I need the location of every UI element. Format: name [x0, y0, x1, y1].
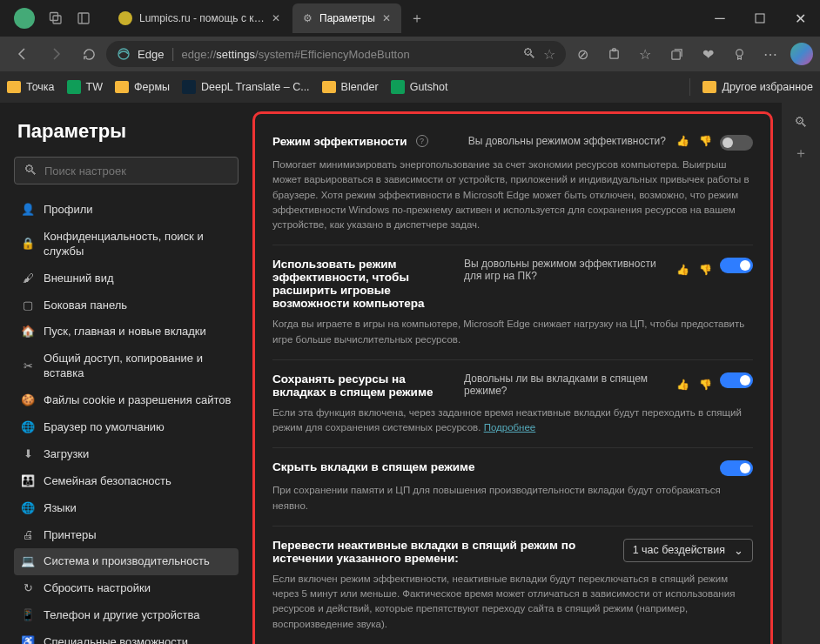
nav-label: Браузер по умолчанию [44, 420, 165, 435]
sidebar-item-10[interactable]: 🌐Языки [14, 495, 239, 522]
nav-label: Сбросить настройки [44, 581, 151, 596]
thumbs-down-icon[interactable]: 👎 [699, 135, 711, 147]
bookmark-deepl[interactable]: DeepL Translate – С... [182, 80, 310, 94]
sidebar-item-7[interactable]: 🌐Браузер по умолчанию [14, 414, 239, 441]
tab-settings[interactable]: ⚙ Параметры ✕ [292, 3, 401, 33]
minimize-button[interactable]: ─ [700, 3, 740, 33]
refresh-button[interactable] [73, 40, 104, 68]
add-rail-icon[interactable]: ＋ [794, 144, 808, 163]
nav-label: Система и производительность [44, 554, 210, 569]
perf-icon[interactable]: ❤ [693, 40, 723, 68]
tab-label: Lumpics.ru - помощь с компьют… [139, 12, 265, 24]
nav-icon: ▢ [21, 299, 35, 313]
thumbs-up-icon[interactable]: 👍 [676, 379, 689, 391]
site-icon [118, 11, 132, 25]
workspaces-icon[interactable] [42, 4, 70, 32]
learn-more-link[interactable]: Подробнее [484, 422, 536, 433]
sidebar-item-15[interactable]: ♿Специальные возможности [14, 629, 239, 644]
gaming-efficiency-title: Использовать режим эффективности, чтобы … [272, 258, 447, 310]
timer-desc: Если включен режим эффективности, неакти… [272, 572, 753, 632]
nav-icon: ↻ [21, 581, 35, 596]
maximize-button[interactable] [740, 3, 780, 33]
sidebar-item-6[interactable]: 🍪Файлы cookie и разрешения сайтов [14, 387, 239, 414]
tab-lumpics[interactable]: Lumpics.ru - помощь с компьют… ✕ [108, 3, 291, 33]
close-window-button[interactable]: ✕ [780, 3, 820, 33]
gaming-efficiency-toggle[interactable] [720, 258, 753, 273]
nav-label: Загрузки [44, 447, 89, 462]
thumbs-down-icon[interactable]: 👎 [699, 379, 711, 391]
efficiency-desc: Помогает минимизировать энергопользовани… [272, 158, 753, 232]
bookmark-fermy[interactable]: Фермы [115, 81, 170, 93]
sidebar-item-2[interactable]: 🖌Внешний вид [14, 265, 239, 292]
nav-icon: 🖨 [21, 528, 35, 543]
sidebar-item-5[interactable]: ✂Общий доступ, копирование и вставка [14, 345, 239, 387]
sidebar-item-14[interactable]: 📱Телефон и другие устройства [14, 602, 239, 629]
collections-icon[interactable] [662, 40, 691, 68]
find-icon[interactable]: 🔍︎ [522, 46, 536, 62]
thumbs-down-icon[interactable]: 👎 [699, 264, 711, 276]
tab-label: Параметры [319, 12, 375, 24]
sidebar-item-1[interactable]: 🔒Конфиденциальность, поиск и службы [14, 224, 239, 265]
sleeping-tabs-title: Сохранять ресурсы на вкладках в спящем р… [272, 372, 447, 399]
sleep-timer-title: Перевести неактивные вкладки в спящий ре… [272, 539, 586, 565]
sidebar-item-8[interactable]: ⬇Загрузки [14, 441, 239, 468]
vertical-tabs-icon[interactable] [70, 4, 97, 32]
fade-tabs-title: Скрыть вкладки в спящем режиме [272, 460, 475, 473]
close-icon[interactable]: ✕ [382, 12, 391, 24]
sidebar-item-9[interactable]: 👪Семейная безопасность [14, 468, 239, 495]
efficiency-section: Режим эффективности ? Вы довольны режимо… [252, 111, 773, 644]
avatar[interactable] [14, 8, 35, 29]
fade-tabs-toggle[interactable] [720, 460, 753, 476]
nav-label: Боковая панель [44, 299, 127, 313]
nav-label: Профили [44, 203, 93, 218]
favorites-icon[interactable]: ☆ [630, 40, 660, 68]
sleeping-tabs-toggle[interactable] [720, 372, 753, 388]
sleep-timer-select[interactable]: 1 час бездействия ⌄ [623, 539, 753, 562]
rewards-icon[interactable] [724, 40, 754, 68]
sidebar-item-11[interactable]: 🖨Принтеры [14, 522, 239, 549]
svg-rect-8 [671, 50, 679, 58]
favorite-icon[interactable]: ☆ [543, 46, 555, 63]
sidebar-item-12[interactable]: 💻Система и производительность [14, 548, 239, 575]
address-bar[interactable]: Edge | edge://settings/system#Efficiency… [106, 41, 566, 67]
forward-button[interactable] [40, 40, 71, 68]
search-input[interactable] [44, 164, 229, 178]
sidebar-item-4[interactable]: 🏠Пуск, главная и новые вкладки [14, 319, 239, 345]
bookmark-other[interactable]: Другое избранное [702, 81, 813, 93]
search-settings[interactable]: 🔍︎ [14, 157, 239, 184]
brand-label: Edge [138, 48, 164, 61]
fade-desc: При сохранении памяти и ЦП для повышения… [272, 483, 753, 513]
sidebar-item-13[interactable]: ↻Сбросить настройки [14, 575, 239, 602]
feedback-question: Вы довольны режимом эффективности для иг… [464, 258, 666, 282]
chevron-down-icon: ⌄ [734, 544, 743, 557]
efficiency-mode-title: Режим эффективности [272, 135, 407, 148]
more-icon[interactable]: ⋯ [756, 40, 785, 68]
extensions-icon[interactable] [599, 40, 628, 68]
bookmark-gutshot[interactable]: Gutshot [391, 80, 448, 94]
thumbs-up-icon[interactable]: 👍 [676, 264, 689, 276]
nav-label: Принтеры [44, 528, 97, 543]
copilot-button[interactable] [790, 43, 813, 65]
site-info-icon[interactable]: ⊘ [568, 40, 597, 68]
nav-label: Файлы cookie и разрешения сайтов [44, 393, 231, 408]
page-title: Параметры [14, 120, 239, 143]
nav-icon: 👤 [21, 203, 35, 218]
close-icon[interactable]: ✕ [272, 12, 280, 24]
search-rail-icon[interactable]: 🔍︎ [794, 115, 808, 131]
info-icon[interactable]: ? [416, 135, 428, 147]
url-text: edge://settings/system#EfficiencyModeBut… [182, 48, 410, 61]
bookmark-blender[interactable]: Blender [322, 81, 379, 93]
new-tab-button[interactable]: ＋ [403, 10, 431, 28]
gaming-desc: Когда вы играете в игры на компьютере, M… [272, 317, 753, 347]
efficiency-mode-toggle[interactable] [720, 135, 753, 151]
nav-icon: 🌐 [21, 420, 35, 435]
sidebar-item-3[interactable]: ▢Боковая панель [14, 292, 239, 319]
nav-icon: 🏠 [21, 325, 35, 339]
sidebar-item-0[interactable]: 👤Профили [14, 197, 239, 224]
back-button[interactable] [7, 40, 38, 68]
bookmark-tw[interactable]: TW [67, 80, 103, 94]
bookmark-tochka[interactable]: Точка [7, 81, 55, 93]
nav-icon: ♿ [21, 635, 35, 644]
thumbs-up-icon[interactable]: 👍 [676, 135, 689, 147]
nav-label: Языки [44, 501, 77, 516]
